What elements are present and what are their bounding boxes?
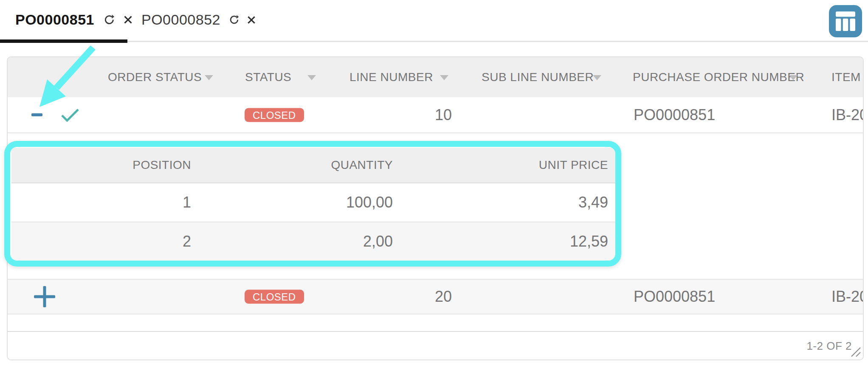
status-badge: CLOSED	[245, 290, 304, 304]
detail-cell-position: 2	[183, 222, 191, 261]
line-number-cell: 10	[435, 97, 452, 132]
detail-row: 2 2,00 12,59	[11, 222, 616, 261]
detail-cell-unit-price: 12,59	[570, 222, 608, 261]
data-grid: ORDER STATUS STATUS LINE NUMBER SUB LINE…	[7, 56, 864, 360]
detail-column-unit-price: UNIT PRICE	[539, 148, 608, 182]
table-row: CLOSED 20 PO0000851 IB-200	[8, 279, 863, 314]
plus-icon	[34, 286, 55, 307]
status-badge: CLOSED	[245, 108, 304, 122]
detail-cell-position: 1	[183, 183, 191, 222]
detail-header-row: POSITION QUANTITY UNIT PRICE	[11, 148, 616, 183]
column-header-line-number[interactable]: LINE NUMBER	[349, 57, 433, 97]
resize-handle-icon[interactable]	[850, 346, 862, 359]
purchase-order-number-cell: PO0000851	[634, 97, 715, 132]
column-header-purchase-order-number[interactable]: PURCHASE ORDER NUMBER	[633, 57, 804, 97]
close-icon[interactable]	[246, 15, 256, 25]
collapse-row-button[interactable]	[25, 97, 49, 132]
sort-down-icon[interactable]	[593, 75, 601, 80]
item-id-cell: IB-200	[831, 97, 864, 132]
tab-po0000852[interactable]: PO0000852	[127, 0, 248, 39]
sort-down-icon[interactable]	[205, 75, 213, 80]
tab-bar-divider	[0, 41, 868, 42]
detail-row: 1 100,00 3,49	[11, 183, 616, 222]
column-header-item-id[interactable]: ITEM ID	[831, 57, 864, 97]
column-header-order-status[interactable]: ORDER STATUS	[108, 57, 202, 97]
sort-down-icon[interactable]	[789, 75, 798, 80]
tab-bar: PO0000851 PO0000852	[0, 0, 868, 43]
minus-icon	[31, 113, 42, 116]
table-columns-icon	[836, 11, 855, 31]
column-header-status[interactable]: STATUS	[245, 57, 291, 97]
refresh-icon[interactable]	[104, 14, 115, 25]
purchase-order-number-cell: PO0000851	[634, 280, 715, 314]
tab-po0000851[interactable]: PO0000851	[0, 0, 127, 39]
refresh-icon[interactable]	[229, 14, 240, 25]
tab-label: PO0000852	[141, 11, 220, 28]
detail-panel: POSITION QUANTITY UNIT PRICE 1 100,00 3,…	[11, 148, 616, 261]
column-header-sub-line-number[interactable]: SUB LINE NUMBER	[482, 57, 594, 97]
table-layout-button[interactable]	[829, 5, 862, 37]
grid-header-row: ORDER STATUS STATUS LINE NUMBER SUB LINE…	[8, 57, 863, 98]
active-tab-indicator	[0, 39, 127, 43]
sort-down-icon[interactable]	[307, 75, 316, 80]
detail-column-position: POSITION	[132, 148, 191, 182]
pagination-range-label: 1-2 OF 2	[806, 332, 852, 360]
detail-cell-unit-price: 3,49	[578, 183, 608, 222]
table-row: CLOSED 10 PO0000851 IB-200	[8, 97, 863, 133]
sort-down-icon[interactable]	[440, 75, 448, 80]
pagination-bar: 1-2 OF 2	[8, 331, 863, 360]
screen: PO0000851 PO0000852	[0, 0, 868, 365]
detail-column-quantity: QUANTITY	[331, 148, 393, 182]
order-status-cell	[61, 97, 79, 132]
item-id-cell: IB-200	[831, 280, 864, 314]
detail-cell-quantity: 2,00	[363, 222, 393, 261]
expand-row-button[interactable]	[33, 280, 56, 314]
detail-cell-quantity: 100,00	[346, 183, 393, 222]
tab-label: PO0000851	[15, 11, 94, 28]
line-number-cell: 20	[435, 280, 452, 314]
check-icon	[61, 108, 79, 122]
